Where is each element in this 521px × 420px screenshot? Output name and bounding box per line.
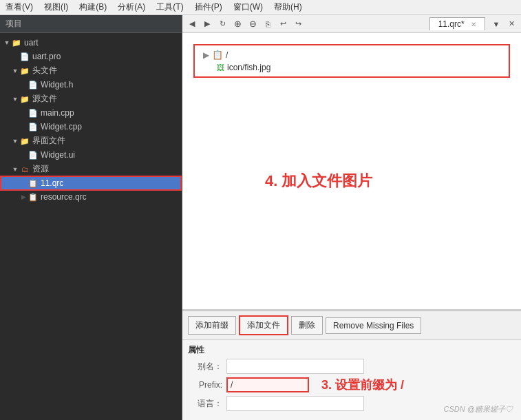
qrc-root-item[interactable]: ▶ 📋 / [200, 48, 503, 61]
right-toolbar: ◀ ▶ ↻ ⊕ ⊖ ⎘ ↩ ↪ 11.qrc* ✕ ▼ ✕ [182, 15, 521, 33]
tree-label-widget-ui: Widget.ui [41, 150, 75, 160]
tree-item-main-cpp[interactable]: 📄 main.cpp [0, 106, 182, 120]
alias-row: 别名： [188, 359, 515, 374]
tree-label-main-cpp: main.cpp [41, 108, 74, 118]
file-icon-ui: 📄 [28, 149, 39, 160]
toolbar-redo-btn[interactable]: ↪ [291, 17, 305, 31]
menu-tools[interactable]: 工具(T) [153, 1, 186, 14]
toolbar-forward-btn[interactable]: ▶ [200, 17, 214, 31]
tree-item-widget-cpp[interactable]: 📄 Widget.cpp [0, 120, 182, 134]
arrow-header: ▼ [11, 67, 19, 74]
bottom-panel: 添加前缀 添加文件 删除 Remove Missing Files 属性 别名： [182, 310, 521, 420]
tree-label-source-folder: 源文件 [32, 93, 57, 105]
sidebar-header: 项目 [0, 15, 182, 33]
file-icon-widget-cpp: 📄 [28, 121, 39, 132]
annotation-step4: 4. 加入文件图片 [265, 171, 372, 191]
tree-label-widget-cpp: Widget.cpp [41, 122, 82, 132]
menu-help[interactable]: 帮助(H) [271, 1, 305, 14]
tree-item-uart[interactable]: ▼ 📁 uart [0, 36, 182, 50]
tree-label-resource-folder: 资源 [32, 163, 49, 175]
toolbar-more-btn[interactable]: ▼ [489, 17, 503, 31]
menu-visual[interactable]: 视图(I) [41, 1, 71, 14]
tree-item-source-folder[interactable]: ▼ 📁 源文件 [0, 92, 182, 106]
add-file-button[interactable]: 添加文件 [239, 315, 288, 335]
sidebar-title: 项目 [6, 18, 22, 30]
prefix-label: Prefix: [188, 380, 222, 390]
prefix-input[interactable] [226, 377, 309, 392]
tree-item-widget-h[interactable]: 📄 Widget.h [0, 78, 182, 92]
menu-bar: 查看(V) 视图(I) 构建(B) 分析(A) 工具(T) 插件(P) 窗口(W… [0, 0, 521, 15]
tree-label-ui-folder: 界面文件 [32, 135, 65, 147]
properties-title: 属性 [188, 344, 515, 356]
menu-analyze[interactable]: 分析(A) [115, 1, 148, 14]
language-input[interactable] [226, 396, 364, 411]
delete-button[interactable]: 删除 [291, 316, 323, 335]
qrc-child-icon: 🖼 [217, 63, 224, 72]
qrc-root-label: / [226, 50, 228, 60]
tree-item-resource-qrc[interactable]: ▶ 📋 resource.qrc [0, 190, 182, 204]
arrow-uart: ▼ [3, 39, 11, 46]
annotation-step3: 3. 设置前缀为 / [321, 377, 404, 393]
menu-view[interactable]: 查看(V) [3, 1, 36, 14]
arrow-resource: ▼ [11, 166, 19, 173]
tree-item-ui-folder[interactable]: ▼ 📁 界面文件 [0, 134, 182, 148]
qrc-child-label: icon/fish.jpg [227, 63, 270, 72]
tab-11qrc[interactable]: 11.qrc* ✕ [429, 17, 485, 30]
file-icon-11qrc: 📋 [28, 178, 39, 189]
right-panel: ◀ ▶ ↻ ⊕ ⊖ ⎘ ↩ ↪ 11.qrc* ✕ ▼ ✕ [182, 15, 521, 420]
toolbar-back-btn[interactable]: ◀ [185, 17, 199, 31]
tree-item-uart-pro[interactable]: 📄 uart.pro [0, 50, 182, 63]
file-icon-main: 📄 [28, 107, 39, 118]
tree-label-widget-h: Widget.h [41, 80, 73, 90]
prefix-row: Prefix: 3. 设置前缀为 / [188, 377, 515, 393]
file-icon-resource-qrc: 📋 [28, 191, 39, 202]
qrc-file-tree-box: ▶ 📋 / 🖼 icon/fish.jpg [193, 44, 510, 78]
tab-label: 11.qrc* [438, 19, 465, 29]
folder-icon-resource: 🗂 [19, 164, 30, 175]
toolbar-refresh-btn[interactable]: ↻ [215, 17, 229, 31]
file-icon-pro: 📄 [19, 51, 30, 62]
toolbar-undo-btn[interactable]: ↩ [276, 17, 290, 31]
toolbar-remove-btn[interactable]: ⊖ [246, 17, 259, 31]
language-label: 语言： [188, 398, 222, 410]
alias-label: 别名： [188, 361, 222, 372]
arrow-source: ▼ [11, 96, 19, 103]
folder-icon-header: 📁 [19, 65, 30, 76]
folder-icon-ui: 📁 [19, 136, 30, 147]
tree-item-resource-folder[interactable]: ▼ 🗂 资源 [0, 162, 182, 176]
arrow-ui: ▼ [11, 138, 19, 145]
folder-icon-source: 📁 [19, 94, 30, 105]
main-container: 查看(V) 视图(I) 构建(B) 分析(A) 工具(T) 插件(P) 窗口(W… [0, 0, 521, 420]
tree-item-header-folder[interactable]: ▼ 📁 头文件 [0, 63, 182, 78]
watermark: CSDN @糖果罐子♡ [444, 404, 513, 414]
arrow-resource-qrc: ▶ [19, 193, 28, 200]
toolbar-close-panel-btn[interactable]: ✕ [504, 17, 518, 31]
menu-plugin[interactable]: 插件(P) [192, 1, 225, 14]
folder-icon-uart: 📁 [11, 37, 22, 48]
project-tree: ▼ 📁 uart 📄 uart.pro ▼ 📁 头文件 [0, 33, 182, 420]
add-prefix-button[interactable]: 添加前缀 [188, 316, 236, 335]
sidebar: 项目 ▼ 📁 uart 📄 uart.pro [0, 15, 182, 420]
bottom-toolbar: 添加前缀 添加文件 删除 Remove Missing Files [182, 311, 521, 340]
tree-item-widget-ui[interactable]: 📄 Widget.ui [0, 148, 182, 162]
tree-label-uart: uart [24, 38, 39, 48]
qrc-child-item[interactable]: 🖼 icon/fish.jpg [200, 61, 503, 74]
file-icon-h: 📄 [28, 79, 39, 90]
menu-window[interactable]: 窗口(W) [231, 1, 266, 14]
remove-missing-button[interactable]: Remove Missing Files [326, 317, 421, 334]
toolbar-copy-btn[interactable]: ⎘ [261, 17, 275, 31]
content-area: 项目 ▼ 📁 uart 📄 uart.pro [0, 15, 521, 420]
qrc-root-arrow: ▶ [203, 50, 209, 60]
tree-label-uart-pro: uart.pro [32, 52, 61, 61]
tree-label-resource-qrc: resource.qrc [41, 192, 87, 202]
tree-label-11qrc: 11.qrc [41, 178, 63, 188]
toolbar-add-btn[interactable]: ⊕ [231, 17, 244, 31]
tree-label-header-folder: 头文件 [32, 65, 57, 76]
tree-item-11qrc[interactable]: 📋 11.qrc [0, 176, 182, 190]
qrc-editor: ▶ 📋 / 🖼 icon/fish.jpg 4. 加入文件图片 [182, 33, 521, 310]
alias-input[interactable] [226, 359, 364, 374]
tab-close-icon[interactable]: ✕ [471, 21, 476, 28]
menu-build[interactable]: 构建(B) [76, 1, 109, 14]
qrc-root-icon: 📋 [212, 50, 223, 60]
